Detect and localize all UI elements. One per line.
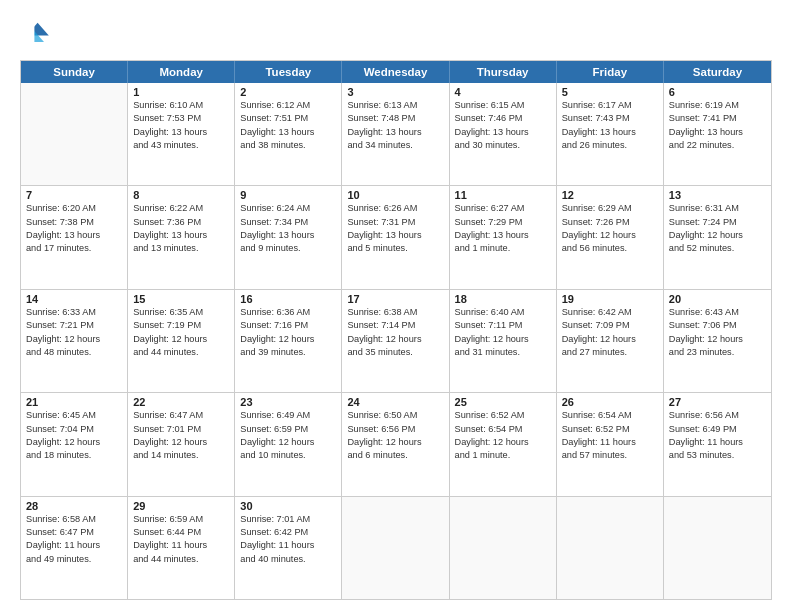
day-number: 16 [240,293,336,305]
cell-line: and 23 minutes. [669,346,766,359]
cell-line: Sunset: 7:51 PM [240,112,336,125]
cell-line: Sunrise: 6:29 AM [562,202,658,215]
day-number: 3 [347,86,443,98]
day-number: 15 [133,293,229,305]
day-number: 18 [455,293,551,305]
cell-line: Sunrise: 6:22 AM [133,202,229,215]
cell-line: Sunrise: 6:54 AM [562,409,658,422]
cell-line: Sunrise: 6:42 AM [562,306,658,319]
calendar-cell: 17Sunrise: 6:38 AMSunset: 7:14 PMDayligh… [342,290,449,392]
cell-line: and 22 minutes. [669,139,766,152]
cell-line: and 49 minutes. [26,553,122,566]
day-number: 2 [240,86,336,98]
cell-line: Sunset: 7:14 PM [347,319,443,332]
cell-line: Sunset: 7:04 PM [26,423,122,436]
cell-line: and 17 minutes. [26,242,122,255]
weekday-header: Monday [128,61,235,83]
cell-line: and 35 minutes. [347,346,443,359]
header [20,18,772,50]
cell-line: Daylight: 13 hours [133,229,229,242]
svg-rect-2 [20,18,34,48]
cell-line: Daylight: 13 hours [562,126,658,139]
cell-line: Sunrise: 6:26 AM [347,202,443,215]
logo [20,18,56,50]
cell-line: Sunrise: 7:01 AM [240,513,336,526]
calendar-cell: 22Sunrise: 6:47 AMSunset: 7:01 PMDayligh… [128,393,235,495]
cell-line: and 1 minute. [455,449,551,462]
cell-line: Daylight: 12 hours [26,333,122,346]
cell-line: Daylight: 12 hours [669,333,766,346]
day-number: 24 [347,396,443,408]
calendar-cell: 19Sunrise: 6:42 AMSunset: 7:09 PMDayligh… [557,290,664,392]
calendar-cell: 20Sunrise: 6:43 AMSunset: 7:06 PMDayligh… [664,290,771,392]
calendar-cell: 24Sunrise: 6:50 AMSunset: 6:56 PMDayligh… [342,393,449,495]
cell-line: Sunrise: 6:27 AM [455,202,551,215]
calendar-cell: 10Sunrise: 6:26 AMSunset: 7:31 PMDayligh… [342,186,449,288]
cell-line: Sunrise: 6:49 AM [240,409,336,422]
cell-line: Sunset: 6:47 PM [26,526,122,539]
cell-line: Sunset: 7:31 PM [347,216,443,229]
cell-line: Daylight: 13 hours [347,126,443,139]
cell-line: and 43 minutes. [133,139,229,152]
cell-line: Sunset: 7:01 PM [133,423,229,436]
calendar-cell: 30Sunrise: 7:01 AMSunset: 6:42 PMDayligh… [235,497,342,599]
cell-line: Daylight: 12 hours [240,333,336,346]
cell-line: and 6 minutes. [347,449,443,462]
cell-line: and 13 minutes. [133,242,229,255]
cell-line: Daylight: 13 hours [669,126,766,139]
calendar-cell: 2Sunrise: 6:12 AMSunset: 7:51 PMDaylight… [235,83,342,185]
cell-line: Sunset: 6:42 PM [240,526,336,539]
calendar-cell: 26Sunrise: 6:54 AMSunset: 6:52 PMDayligh… [557,393,664,495]
day-number: 7 [26,189,122,201]
cell-line: and 27 minutes. [562,346,658,359]
cell-line: Sunrise: 6:56 AM [669,409,766,422]
day-number: 4 [455,86,551,98]
cell-line: Sunset: 7:53 PM [133,112,229,125]
weekday-header: Tuesday [235,61,342,83]
cell-line: Sunrise: 6:31 AM [669,202,766,215]
cell-line: and 31 minutes. [455,346,551,359]
calendar-cell: 23Sunrise: 6:49 AMSunset: 6:59 PMDayligh… [235,393,342,495]
calendar-cell: 7Sunrise: 6:20 AMSunset: 7:38 PMDaylight… [21,186,128,288]
cell-line: and 44 minutes. [133,553,229,566]
calendar-cell: 15Sunrise: 6:35 AMSunset: 7:19 PMDayligh… [128,290,235,392]
cell-line: Daylight: 13 hours [240,126,336,139]
cell-line: Daylight: 13 hours [133,126,229,139]
calendar-row: 21Sunrise: 6:45 AMSunset: 7:04 PMDayligh… [21,392,771,495]
cell-line: and 40 minutes. [240,553,336,566]
calendar-cell [450,497,557,599]
cell-line: and 44 minutes. [133,346,229,359]
cell-line: Sunrise: 6:20 AM [26,202,122,215]
cell-line: and 52 minutes. [669,242,766,255]
cell-line: Sunrise: 6:10 AM [133,99,229,112]
cell-line: Sunrise: 6:58 AM [26,513,122,526]
day-number: 22 [133,396,229,408]
cell-line: Sunset: 7:29 PM [455,216,551,229]
cell-line: and 57 minutes. [562,449,658,462]
page: SundayMondayTuesdayWednesdayThursdayFrid… [0,0,792,612]
cell-line: Daylight: 11 hours [669,436,766,449]
cell-line: Sunset: 7:43 PM [562,112,658,125]
cell-line: Sunset: 7:16 PM [240,319,336,332]
calendar-cell: 5Sunrise: 6:17 AMSunset: 7:43 PMDaylight… [557,83,664,185]
cell-line: Sunrise: 6:50 AM [347,409,443,422]
calendar-cell: 4Sunrise: 6:15 AMSunset: 7:46 PMDaylight… [450,83,557,185]
day-number: 25 [455,396,551,408]
cell-line: Sunset: 7:06 PM [669,319,766,332]
cell-line: Daylight: 12 hours [347,436,443,449]
day-number: 20 [669,293,766,305]
cell-line: Sunset: 7:38 PM [26,216,122,229]
weekday-header: Saturday [664,61,771,83]
calendar-cell [664,497,771,599]
cell-line: and 34 minutes. [347,139,443,152]
cell-line: Daylight: 11 hours [562,436,658,449]
day-number: 8 [133,189,229,201]
calendar-cell: 28Sunrise: 6:58 AMSunset: 6:47 PMDayligh… [21,497,128,599]
calendar-row: 28Sunrise: 6:58 AMSunset: 6:47 PMDayligh… [21,496,771,599]
cell-line: Sunset: 7:46 PM [455,112,551,125]
cell-line: Sunrise: 6:19 AM [669,99,766,112]
day-number: 5 [562,86,658,98]
calendar-cell [342,497,449,599]
day-number: 21 [26,396,122,408]
cell-line: Daylight: 12 hours [455,436,551,449]
